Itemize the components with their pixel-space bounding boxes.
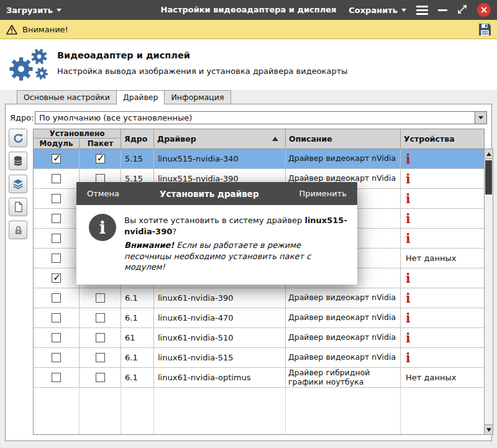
refresh-button[interactable] xyxy=(9,129,27,147)
load-button[interactable]: Загрузить xyxy=(6,6,62,15)
devices-no-data-text: Нет данных xyxy=(406,254,456,263)
description-cell: Драйвер гибридной графики ноутбука xyxy=(286,368,401,387)
table-row[interactable]: 6.1linux61-nvidia-optimusДрайвер гибридн… xyxy=(34,368,484,388)
package-cell xyxy=(80,149,121,168)
module-checkbox[interactable] xyxy=(52,154,61,163)
devices-cell: Нет данных xyxy=(401,368,484,387)
devices-cell: i xyxy=(401,308,484,327)
scroll-down-button[interactable] xyxy=(485,424,493,434)
devices-cell: i xyxy=(401,169,484,188)
module-checkbox[interactable] xyxy=(52,214,61,223)
driver-cell: linux61-nvidia-optimus xyxy=(154,368,286,387)
devices-cell: i xyxy=(401,348,484,367)
module-checkbox[interactable] xyxy=(52,373,61,382)
dialog-cancel-button[interactable]: Отмена xyxy=(87,189,119,198)
menu-button[interactable] xyxy=(416,6,428,15)
load-button-label: Загрузить xyxy=(6,6,53,15)
table-row[interactable]: 6.1linux61-nvidia-515Драйвер видеокарт n… xyxy=(34,348,484,368)
page-subtitle: Настройка вывода изображения и установка… xyxy=(57,66,348,76)
maximize-button[interactable] xyxy=(457,4,467,16)
minimize-button[interactable] xyxy=(438,9,447,11)
device-info-icon[interactable]: i xyxy=(406,272,411,285)
scroll-up-button[interactable] xyxy=(485,149,493,159)
tab-information[interactable]: Информация xyxy=(165,90,230,104)
module-cell xyxy=(34,328,80,347)
module-checkbox[interactable] xyxy=(52,174,61,183)
col-devices[interactable]: Устройства xyxy=(401,129,484,149)
module-cell xyxy=(34,189,80,208)
page-title: Видеоадаптер и дисплей xyxy=(57,50,190,60)
module-cell xyxy=(34,249,80,268)
package-checkbox[interactable] xyxy=(96,313,105,322)
dialog-title: Установить драйвер xyxy=(119,189,299,199)
module-checkbox[interactable] xyxy=(52,234,61,243)
col-description[interactable]: Описание xyxy=(286,129,401,149)
kernel-cell: 6.1 xyxy=(121,308,154,327)
app-header: Видеоадаптер и дисплей Настройка вывода … xyxy=(0,39,497,90)
col-driver[interactable]: Драйвер xyxy=(154,129,286,149)
device-info-icon[interactable]: i xyxy=(406,352,411,364)
device-info-icon[interactable]: i xyxy=(406,232,411,245)
modules-button[interactable] xyxy=(9,175,27,193)
table-header: Установлено Модуль Пакет Ядро Драйвер Оп… xyxy=(34,129,484,149)
module-checkbox[interactable] xyxy=(52,293,61,303)
description-cell: Драйвер видеокарт nVidia xyxy=(286,288,401,308)
module-checkbox[interactable] xyxy=(52,273,61,283)
vertical-scrollbar[interactable] xyxy=(484,149,493,435)
package-checkbox[interactable] xyxy=(96,333,105,342)
refresh-icon xyxy=(12,132,24,144)
table-row[interactable]: 6.1linux61-nvidia-390Драйвер видеокарт n… xyxy=(34,288,484,308)
package-checkbox[interactable] xyxy=(96,154,105,163)
dialog-body: Вы хотите установить в систему драйвер l… xyxy=(76,205,357,273)
close-button[interactable]: × xyxy=(477,3,491,17)
driver-cell: linux515-nvidia-340 xyxy=(154,149,286,168)
module-checkbox[interactable] xyxy=(52,313,61,322)
devices-cell: i xyxy=(401,189,484,208)
close-icon: × xyxy=(480,4,488,16)
dialog-question: Вы хотите установить в систему драйвер l… xyxy=(124,215,347,237)
table-row[interactable]: 61linux61-nvidia-510Драйвер видеокарт nV… xyxy=(34,328,484,348)
package-checkbox[interactable] xyxy=(96,353,105,362)
table-row[interactable]: 6.1linux61-nvidia-470Драйвер видеокарт n… xyxy=(34,308,484,328)
device-info-icon[interactable]: i xyxy=(406,193,411,205)
dialog-warning: Внимание! Если вы работаете в режиме пес… xyxy=(124,240,347,273)
device-info-icon[interactable]: i xyxy=(406,312,411,324)
module-checkbox[interactable] xyxy=(52,194,61,203)
module-checkbox[interactable] xyxy=(52,254,61,263)
module-checkbox[interactable] xyxy=(52,353,61,362)
warnbar-save-button[interactable] xyxy=(478,22,492,39)
dialog-apply-button[interactable]: Применить xyxy=(299,189,347,198)
module-checkbox[interactable] xyxy=(52,333,61,342)
chevron-down-icon xyxy=(57,9,62,12)
device-info-icon[interactable]: i xyxy=(406,153,411,165)
col-package[interactable]: Пакет xyxy=(80,139,121,149)
module-cell xyxy=(34,268,80,288)
col-installed-group: Установлено Модуль Пакет xyxy=(34,129,121,149)
device-info-icon[interactable]: i xyxy=(406,173,411,185)
module-cell xyxy=(34,149,80,168)
kernel-select[interactable]: По умолчанию (все установленные) xyxy=(35,111,487,124)
packages-button[interactable] xyxy=(9,152,27,170)
kernel-cell: 6.1 xyxy=(121,368,154,387)
device-info-icon[interactable]: i xyxy=(406,292,411,304)
log-button[interactable] xyxy=(9,198,27,216)
devices-cell: i xyxy=(401,229,484,248)
tab-driver[interactable]: Драйвер xyxy=(116,90,165,105)
driver-cell: linux61-nvidia-510 xyxy=(154,328,286,347)
triangle-down-icon xyxy=(486,428,491,432)
package-checkbox[interactable] xyxy=(96,293,105,303)
col-module[interactable]: Модуль xyxy=(34,139,80,149)
tab-main-settings[interactable]: Основные настройки xyxy=(17,90,116,104)
scrollbar-thumb[interactable] xyxy=(485,160,492,194)
kernel-select-arrow-button[interactable] xyxy=(475,112,486,124)
device-info-icon[interactable]: i xyxy=(406,213,411,225)
package-cell xyxy=(80,288,121,308)
lock-button[interactable] xyxy=(9,221,27,239)
col-kernel[interactable]: Ядро xyxy=(121,129,154,149)
table-row[interactable]: 5.15linux515-nvidia-340Драйвер видеокарт… xyxy=(34,149,484,169)
device-info-icon[interactable]: i xyxy=(406,332,411,344)
col-installed[interactable]: Установлено xyxy=(34,129,121,139)
save-button[interactable]: Сохранить xyxy=(349,6,406,15)
kernel-cell: 61 xyxy=(121,328,154,347)
package-checkbox[interactable] xyxy=(96,373,105,382)
